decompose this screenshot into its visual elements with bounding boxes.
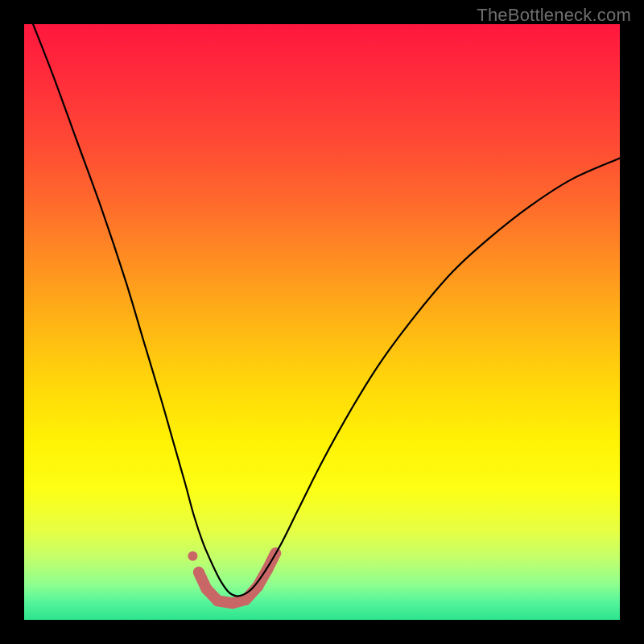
gradient-background <box>24 24 620 620</box>
chart-frame: TheBottleneck.com <box>0 0 644 644</box>
chart-svg <box>24 24 620 620</box>
watermark-text: TheBottleneck.com <box>477 5 631 26</box>
plot-area <box>24 24 620 620</box>
marker-dot-icon <box>188 551 197 561</box>
